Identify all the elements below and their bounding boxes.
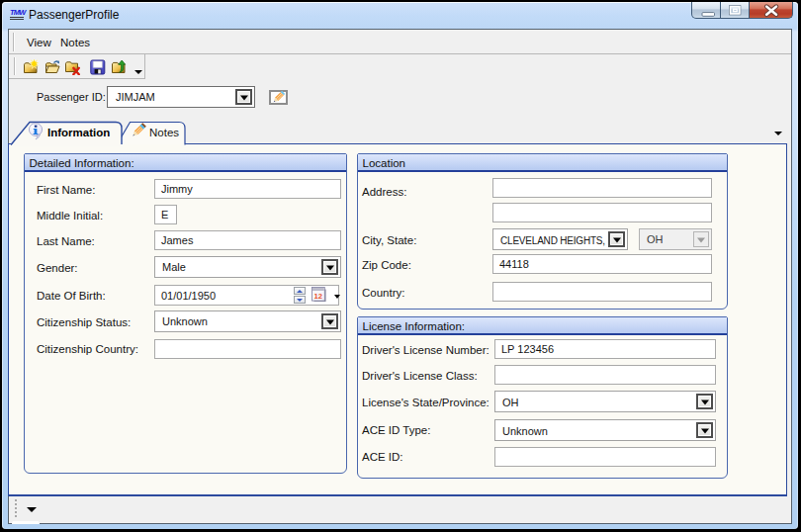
svg-text:12: 12 [314, 292, 322, 301]
